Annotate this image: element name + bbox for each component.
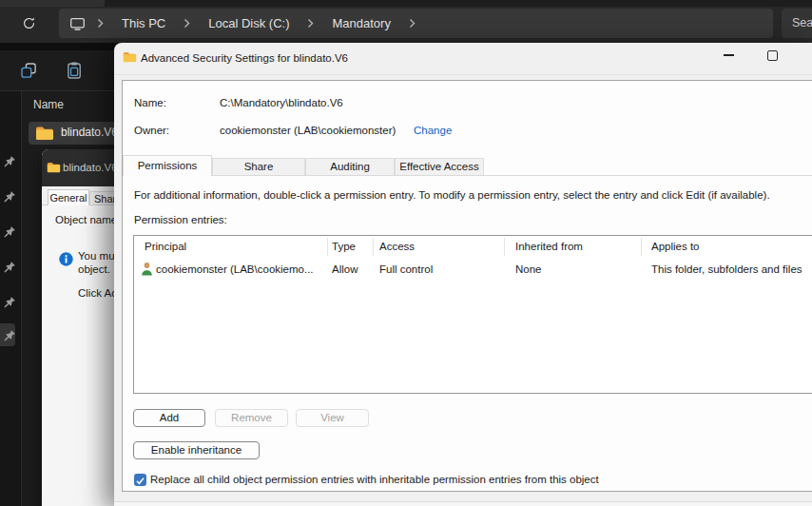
chevron-right-icon <box>184 18 190 29</box>
cell-inherited-from: None <box>515 263 542 275</box>
breadcrumb-mandatory[interactable]: Mandatory <box>332 16 390 30</box>
pin-icon[interactable] <box>3 261 16 274</box>
breadcrumb-local-disk[interactable]: Local Disk (C:) <box>208 16 289 30</box>
info-icon <box>59 252 73 266</box>
minimize-button[interactable] <box>724 54 734 56</box>
tab-permissions[interactable]: Permissions <box>123 155 212 176</box>
tabstrip-baseline <box>123 175 812 176</box>
add-button[interactable]: Add <box>133 409 205 427</box>
maximize-button[interactable] <box>767 50 778 61</box>
permission-entries-label: Permission entries: <box>134 214 227 225</box>
pin-icon[interactable] <box>3 190 16 204</box>
dialog-content-panel: Name: C:\Mandatory\blindato.V6 Owner: co… <box>122 80 812 492</box>
folder-icon <box>47 161 61 173</box>
breadcrumb-this-pc[interactable]: This PC <box>122 16 165 30</box>
properties-title: blindato.V6 <box>63 162 118 173</box>
view-button[interactable]: View <box>296 409 369 427</box>
this-pc-icon <box>69 16 86 31</box>
owner-label: Owner: <box>134 125 169 136</box>
col-header-applies-to[interactable]: Applies to <box>651 241 700 252</box>
explorer-tabstrip <box>105 0 812 7</box>
cell-principal: cookiemonster (LAB\cookiemo... <box>156 263 314 275</box>
pin-icon[interactable] <box>3 329 16 342</box>
permissions-info-text: For additional information, double-click… <box>134 189 770 201</box>
owner-value: cookiemonster (LAB\cookiemonster) <box>220 125 396 136</box>
titlebar-divider <box>114 74 812 75</box>
properties-info-text2: object. <box>78 263 110 275</box>
col-header-principal[interactable]: Principal <box>145 241 186 252</box>
nav-pane-divider <box>21 91 22 506</box>
pin-icon[interactable] <box>3 296 16 309</box>
dialog-title: Advanced Security Settings for blindato.… <box>141 52 348 64</box>
folder-icon <box>35 125 54 141</box>
file-name-label: blindato.V6 <box>61 126 118 139</box>
col-header-type[interactable]: Type <box>332 241 356 252</box>
chevron-right-icon <box>307 18 314 29</box>
tab-auditing[interactable]: Auditing <box>305 158 395 175</box>
user-icon <box>141 262 153 276</box>
chevron-right-icon <box>97 18 104 29</box>
explorer-active-tab[interactable] <box>0 0 105 7</box>
object-name-label: Object name: <box>55 214 120 225</box>
screen: This PC Local Disk (C:) Mandatory Sea Na… <box>0 0 812 506</box>
permission-entries-table[interactable]: Principal Type Access Inherited from App… <box>133 235 812 394</box>
replace-checkbox-label: Replace all child object permission entr… <box>150 474 599 485</box>
column-separator <box>504 238 505 256</box>
folder-icon <box>123 50 137 63</box>
tab-effective-access[interactable]: Effective Access <box>395 158 484 175</box>
change-owner-link[interactable]: Change <box>414 125 452 136</box>
pin-icon[interactable] <box>3 225 16 239</box>
check-icon <box>134 475 146 487</box>
tab-general[interactable]: General <box>48 189 89 205</box>
address-bar[interactable]: This PC Local Disk (C:) Mandatory <box>59 9 773 38</box>
behind-dialog-strip <box>114 502 812 506</box>
copy-icon[interactable] <box>18 60 40 82</box>
cell-access: Full control <box>379 263 433 275</box>
advanced-security-dialog: Advanced Security Settings for blindato.… <box>114 43 812 506</box>
chevron-right-icon <box>409 18 416 29</box>
search-input[interactable]: Sea <box>782 9 812 38</box>
tab-share[interactable]: Share <box>212 158 305 175</box>
enable-inheritance-button[interactable]: Enable inheritance <box>133 441 260 459</box>
column-separator <box>327 238 328 256</box>
column-separator <box>641 238 642 256</box>
column-header-name[interactable]: Name <box>33 98 64 111</box>
pin-icon[interactable] <box>3 155 16 168</box>
cell-applies-to: This folder, subfolders and files <box>651 263 802 275</box>
remove-button[interactable]: Remove <box>215 409 288 427</box>
col-header-access[interactable]: Access <box>379 241 415 252</box>
col-header-inherited-from[interactable]: Inherited from <box>515 241 583 252</box>
name-label: Name: <box>134 97 166 108</box>
replace-permissions-checkbox[interactable] <box>134 474 146 486</box>
cell-type: Allow <box>332 263 358 275</box>
name-value: C:\Mandatory\blindato.V6 <box>220 97 343 108</box>
paste-icon[interactable] <box>64 60 86 82</box>
column-separator <box>373 238 374 256</box>
refresh-icon[interactable] <box>22 16 36 30</box>
